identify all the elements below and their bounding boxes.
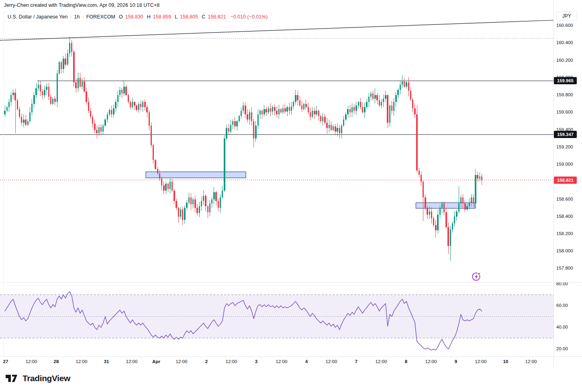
- candle-body: [322, 117, 323, 121]
- pane-separator[interactable]: [0, 282, 582, 282]
- candle-body: [90, 111, 91, 117]
- candle-body: [429, 211, 430, 215]
- time-tick: 10: [503, 359, 508, 364]
- candle-body: [92, 117, 93, 124]
- candle-body: [104, 120, 106, 126]
- candle-body: [383, 99, 384, 102]
- candle-body: [201, 201, 202, 206]
- candle-body: [86, 91, 87, 102]
- exchange-label: FOREXCOM: [86, 14, 115, 20]
- candle-body: [389, 106, 390, 123]
- candle-body: [462, 197, 464, 203]
- candle-body: [364, 107, 365, 112]
- candle-body: [134, 102, 135, 106]
- spark-lightning-icon[interactable]: [471, 271, 482, 282]
- candle-body: [33, 95, 35, 104]
- supply-demand-zone[interactable]: [146, 172, 246, 178]
- candle-body: [73, 52, 74, 82]
- candle-body: [437, 215, 438, 230]
- candle-body: [345, 114, 346, 120]
- candle-body: [381, 102, 382, 106]
- candle-body: [458, 203, 459, 211]
- brand-wordmark: TradingView: [22, 374, 70, 383]
- tradingview-logo-mark: [5, 374, 19, 383]
- candle-body: [149, 112, 150, 125]
- candle-body: [213, 192, 214, 199]
- candle-body: [469, 203, 470, 206]
- candle-body: [280, 109, 282, 113]
- candle-body: [393, 102, 394, 111]
- candle-body: [245, 106, 246, 114]
- candle-body: [314, 111, 315, 114]
- candle-body: [155, 160, 156, 169]
- price-tick: 159.000: [556, 162, 573, 167]
- time-tick: 12:00: [475, 359, 487, 364]
- high-value: 158.859: [153, 14, 171, 20]
- candle-body: [370, 93, 372, 97]
- time-tick: 12:00: [525, 359, 537, 364]
- candle-body: [402, 81, 403, 85]
- candle-body: [218, 201, 219, 208]
- candle-body: [165, 184, 166, 191]
- candle-body: [466, 206, 468, 210]
- symbol-legend[interactable]: U.S. Dollar / Japanese Yen · 1h · FOREXC…: [3, 12, 272, 22]
- candle-body: [146, 107, 147, 112]
- candle-body: [180, 209, 181, 216]
- candle-body: [477, 175, 478, 179]
- candle-body: [270, 108, 271, 112]
- candle-body: [435, 225, 436, 230]
- price-tick: 158.200: [556, 231, 573, 236]
- candle-body: [27, 121, 29, 125]
- candle-body: [376, 95, 378, 100]
- candle-body: [44, 90, 45, 95]
- candle-body: [341, 126, 342, 133]
- trendline[interactable]: [0, 20, 553, 40]
- candle-body: [362, 107, 363, 112]
- chart-canvas[interactable]: [0, 0, 553, 356]
- candle-body: [136, 106, 137, 110]
- open-label: O: [119, 14, 123, 20]
- candle-body: [163, 185, 164, 191]
- candle-body: [410, 91, 411, 100]
- candle-body: [75, 82, 76, 88]
- candle-body: [423, 182, 424, 197]
- price-tick: 160.400: [556, 40, 573, 45]
- candle-body: [251, 112, 252, 121]
- price-scale[interactable]: 160.600160.400160.200160.000159.800159.6…: [554, 0, 582, 368]
- candle-body: [59, 62, 60, 73]
- candle-body: [412, 100, 413, 108]
- price-tick: 160.600: [556, 23, 573, 28]
- time-tick: 12:00: [226, 359, 237, 364]
- close-value: 158.821: [208, 14, 226, 20]
- candle-body: [184, 208, 185, 220]
- candle-body: [236, 121, 237, 126]
- candle-body: [48, 87, 49, 97]
- candle-body: [182, 209, 183, 220]
- candle-body: [259, 111, 261, 114]
- level-price-badge: 159.347: [554, 131, 577, 138]
- time-tick: 12:00: [326, 359, 337, 364]
- currency-toggle-button[interactable]: JPY: [556, 11, 577, 20]
- candle-body: [119, 90, 120, 95]
- price-tick: 159.600: [556, 110, 573, 114]
- candle-body: [130, 102, 131, 107]
- candle-body: [205, 196, 206, 206]
- candle-body: [151, 126, 152, 146]
- candle-body: [406, 82, 407, 87]
- candle-body: [19, 109, 20, 117]
- price-axis-separator: [553, 0, 554, 368]
- candle-body: [102, 126, 104, 132]
- tradingview-logo[interactable]: TradingView: [5, 374, 70, 383]
- candle-body: [471, 197, 472, 203]
- candle-body: [234, 121, 235, 126]
- candle-body: [132, 102, 133, 107]
- time-scale[interactable]: 2712:002812:003112:00Apr12:00212:00312:0…: [0, 357, 553, 368]
- candle-body: [50, 97, 51, 104]
- low-value: 158.805: [180, 14, 198, 20]
- candle-body: [441, 203, 443, 208]
- candle-body: [174, 191, 175, 201]
- candle-body: [215, 192, 216, 201]
- candle-body: [282, 108, 284, 113]
- candle-body: [305, 104, 306, 108]
- candle-body: [82, 81, 83, 87]
